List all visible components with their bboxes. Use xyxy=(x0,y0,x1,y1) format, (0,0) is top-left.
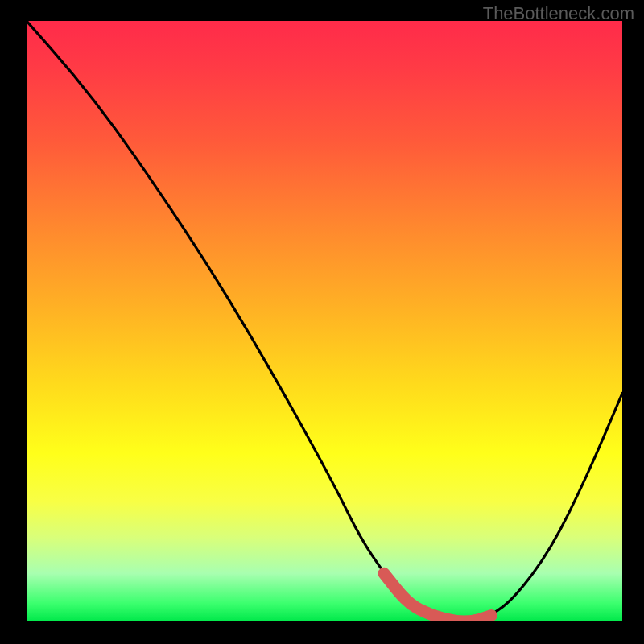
chart-svg xyxy=(27,21,622,621)
watermark-text: TheBottleneck.com xyxy=(483,3,634,24)
chart-highlight-segment xyxy=(384,573,491,621)
chart-plot-area xyxy=(27,21,622,621)
chart-curve xyxy=(27,21,622,621)
